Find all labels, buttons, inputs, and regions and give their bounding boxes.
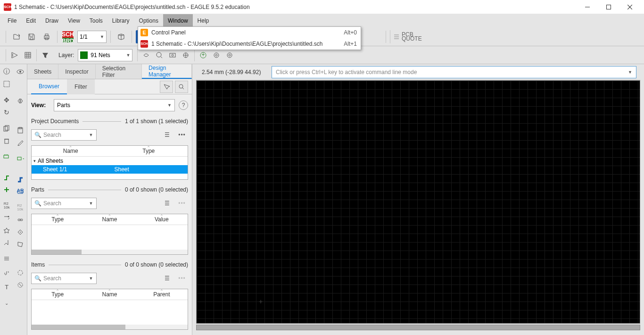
more-tool[interactable]: ⌄ (1, 297, 12, 309)
rotate-tool[interactable]: ↻ (1, 107, 12, 118)
zoom-fit-button[interactable] (175, 81, 188, 93)
tab-inspector[interactable]: Inspector (58, 64, 95, 79)
layer-select[interactable]: 91 Nets ▼ (78, 49, 132, 61)
pcb-quote-button[interactable]: PCBQUOTE (390, 30, 425, 43)
show-tool[interactable] (15, 66, 26, 77)
rect-tool[interactable] (15, 279, 26, 291)
print-button[interactable] (40, 30, 53, 43)
canvas-horizontal-scrollbar[interactable] (196, 325, 640, 331)
menu-library[interactable]: Library (107, 14, 134, 27)
subtab-browser[interactable]: Browser (31, 79, 67, 94)
items-search[interactable]: 🔍 Search ▼ (31, 273, 97, 284)
value-tool-1[interactable]: R210k (1, 200, 12, 211)
grid-toggle-2[interactable] (21, 49, 34, 62)
paste-tool[interactable] (15, 125, 26, 136)
col-name[interactable]: Name (32, 146, 110, 156)
erc-tool[interactable]: + (197, 49, 210, 62)
table-row[interactable]: All Sheets (32, 157, 188, 165)
tab-sheets[interactable]: Sheets (27, 64, 58, 79)
horizontal-scrollbar[interactable] (32, 250, 188, 254)
list-options-button[interactable]: ☰ (161, 198, 173, 209)
net-tool[interactable] (1, 172, 12, 183)
menu-window[interactable]: Window (163, 14, 193, 27)
junction-tool[interactable] (1, 184, 12, 195)
menu-tools[interactable]: Tools (85, 14, 107, 27)
polygon-tool[interactable] (15, 239, 26, 250)
col-type[interactable]: Type (32, 214, 83, 225)
line-tool[interactable] (1, 237, 12, 248)
window-menu-item[interactable]: SCH1 Schematic - C:\Users\Kipi\Documents… (138, 38, 361, 50)
filter-button[interactable] (39, 49, 52, 62)
list-options-button[interactable]: ☰ (161, 129, 173, 141)
value-tool-2[interactable]: R210k (15, 202, 26, 213)
grid-toggle-1[interactable] (8, 49, 21, 62)
attribute-tool[interactable] (15, 226, 26, 238)
sheet-select[interactable]: 1/1▼ (77, 31, 107, 43)
menu-draw[interactable]: Draw (41, 14, 63, 27)
bus-tool[interactable] (15, 174, 26, 185)
more-options-button[interactable]: ••• (176, 273, 188, 284)
help-button[interactable]: ? (179, 100, 188, 110)
search-icon: 🔍 (34, 275, 41, 282)
delete-tool[interactable] (1, 135, 12, 146)
col-type[interactable]: Type (110, 146, 188, 156)
menu-file[interactable]: File (3, 14, 21, 27)
settings-tool-1[interactable] (210, 49, 223, 62)
zoom-select-button[interactable] (160, 81, 173, 93)
settings-tool-2[interactable] (223, 49, 236, 62)
menu-options[interactable]: Options (134, 14, 163, 27)
copy-tool[interactable] (1, 123, 12, 134)
more-options-button[interactable]: ••• (176, 198, 188, 209)
command-input[interactable]: Click or press Ctrl+L key to activate co… (272, 66, 636, 78)
open-button[interactable] (10, 30, 23, 43)
table-row[interactable]: Sheet 1/1Sheet (32, 165, 188, 174)
close-button[interactable] (619, 0, 640, 14)
select-tool[interactable] (1, 78, 12, 90)
menu-view[interactable]: View (63, 14, 85, 27)
move-tool[interactable]: ✥ (1, 94, 12, 106)
schematic-canvas[interactable]: + (196, 80, 640, 324)
change-tool[interactable] (15, 137, 26, 148)
horizontal-scrollbar[interactable] (32, 325, 188, 329)
section-count: 0 of 0 shown (0 selected) (125, 261, 188, 268)
subtab-filter[interactable]: Filter (67, 79, 95, 94)
mirror-tool[interactable] (15, 95, 26, 107)
info-tool[interactable]: ⓘ (1, 66, 12, 77)
smash-tool[interactable] (1, 225, 12, 236)
view-dropdown[interactable]: Parts▼ (54, 99, 175, 111)
dimension-tool[interactable] (1, 269, 12, 280)
sch-brd-switch[interactable]: SCHBRD (61, 30, 74, 43)
menu-edit[interactable]: Edit (21, 14, 41, 27)
zoom-tool-2[interactable] (153, 49, 166, 62)
project-docs-search[interactable]: 🔍 Search ▼ (31, 129, 97, 141)
label-tool[interactable]: AB (15, 186, 26, 197)
col-name[interactable]: Name (83, 214, 135, 225)
zoom-tool-3[interactable] (166, 49, 179, 62)
library-button[interactable] (115, 30, 128, 43)
col-name[interactable]: Name (83, 289, 135, 300)
tab-selection-filter[interactable]: Selection Filter (96, 64, 142, 79)
save-button[interactable] (25, 30, 38, 43)
chevron-down-icon: ▼ (628, 70, 632, 75)
minimize-button[interactable] (577, 0, 598, 14)
col-value[interactable]: Value (136, 214, 188, 225)
maximize-button[interactable] (598, 0, 619, 14)
arc-tool[interactable] (15, 267, 26, 278)
replace-tool[interactable]: + (15, 153, 26, 164)
split-tool[interactable] (1, 253, 12, 264)
zoom-tool-1[interactable] (140, 49, 153, 62)
list-options-button[interactable]: ☰ (161, 273, 173, 284)
parts-search[interactable]: 🔍 Search ▼ (31, 198, 97, 209)
col-parent[interactable]: Parent (136, 289, 188, 300)
gateswap-tool[interactable] (15, 214, 26, 226)
tab-design-manager[interactable]: Design Manager (142, 64, 192, 79)
svg-text:+: + (23, 156, 24, 162)
pinswap-tool[interactable] (1, 212, 12, 224)
text-tool[interactable]: T (1, 281, 12, 293)
add-part-tool[interactable] (1, 151, 12, 162)
zoom-tool-4[interactable] (179, 49, 192, 62)
menu-help[interactable]: Help (193, 14, 214, 27)
more-options-button[interactable]: ••• (176, 129, 188, 141)
col-type[interactable]: Type (32, 289, 83, 300)
window-menu-item[interactable]: EControl PanelAlt+0 (138, 27, 361, 38)
